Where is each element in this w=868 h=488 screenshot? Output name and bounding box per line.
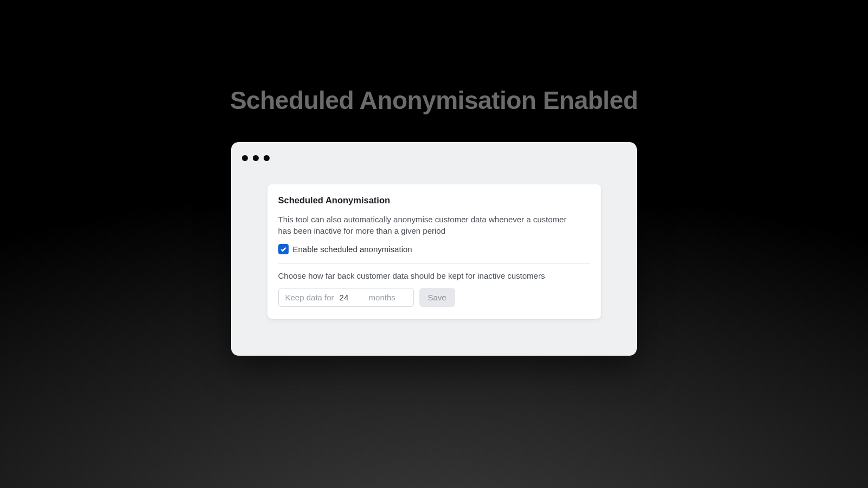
browser-window: Scheduled Anonymisation This tool can al… bbox=[231, 142, 637, 356]
scheduled-anonymisation-card: Scheduled Anonymisation This tool can al… bbox=[267, 184, 601, 319]
retention-input-row: Keep data for months Save bbox=[278, 288, 590, 307]
retention-description: Choose how far back customer data should… bbox=[278, 271, 590, 280]
check-icon bbox=[280, 246, 287, 253]
enable-anonymisation-checkbox[interactable] bbox=[278, 244, 289, 254]
window-dot-icon bbox=[253, 155, 259, 161]
retention-months-input[interactable] bbox=[340, 293, 363, 302]
duration-prefix: Keep data for bbox=[285, 293, 334, 302]
enable-anonymisation-label: Enable scheduled anonymisation bbox=[293, 245, 412, 254]
retention-duration-field[interactable]: Keep data for months bbox=[278, 288, 414, 307]
page-title: Scheduled Anonymisation Enabled bbox=[230, 86, 638, 115]
card-description: This tool can also automatically anonymi… bbox=[278, 214, 574, 236]
card-title: Scheduled Anonymisation bbox=[278, 195, 590, 206]
duration-suffix: months bbox=[369, 293, 395, 302]
enable-checkbox-row: Enable scheduled anonymisation bbox=[278, 244, 590, 264]
window-dot-icon bbox=[264, 155, 270, 161]
save-button[interactable]: Save bbox=[419, 288, 455, 307]
traffic-lights bbox=[242, 155, 270, 161]
window-dot-icon bbox=[242, 155, 248, 161]
